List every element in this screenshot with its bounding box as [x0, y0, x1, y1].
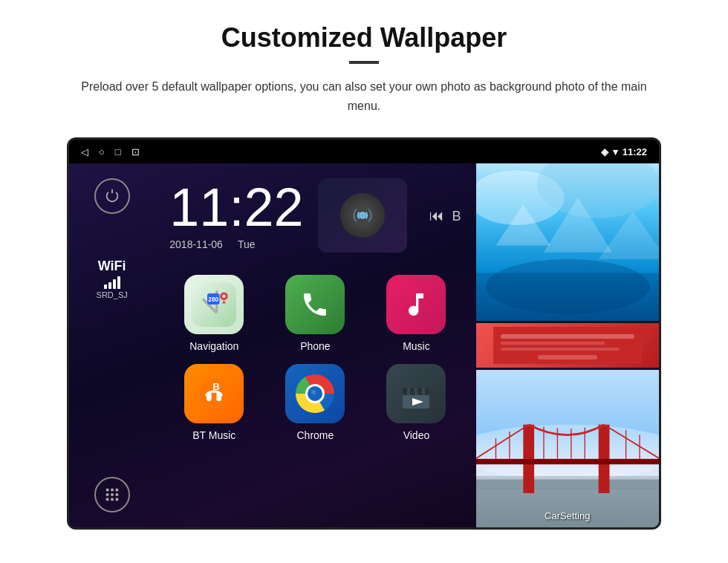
- wallpaper-bridge[interactable]: CarSetting: [476, 370, 660, 527]
- title-divider: [349, 61, 379, 64]
- svg-rect-28: [425, 388, 429, 395]
- chrome-app-icon: [285, 364, 345, 423]
- clock-area: 11:22 2018-11-06 Tue: [155, 171, 475, 267]
- media-controls: ⏮ B: [429, 207, 461, 224]
- location-icon: ◈: [601, 146, 608, 157]
- clock-section: 11:22 2018-11-06 Tue: [169, 180, 303, 250]
- svg-rect-3: [105, 493, 108, 496]
- all-apps-button[interactable]: [94, 477, 130, 512]
- wifi-bars: [104, 276, 120, 289]
- svg-rect-25: [403, 388, 407, 395]
- app-item-video[interactable]: Video: [371, 364, 461, 441]
- bt-music-icon: B: [184, 364, 244, 423]
- media-widget: [318, 178, 407, 253]
- app-grid: 280 Navigation: [155, 267, 475, 449]
- wifi-bar-4: [117, 276, 120, 289]
- wifi-status-icon: ▾: [613, 146, 618, 157]
- clock-date: 2018-11-06 Tue: [169, 238, 303, 250]
- svg-text:B: B: [213, 381, 221, 392]
- media-icon: [340, 193, 385, 238]
- wifi-widget: WiFi SRD_SJ: [97, 258, 128, 299]
- svg-text:280: 280: [209, 296, 219, 303]
- svg-rect-4: [111, 493, 114, 496]
- phone-label: Phone: [300, 340, 330, 352]
- svg-point-9: [360, 212, 366, 218]
- svg-rect-46: [476, 476, 660, 489]
- music-icon: [386, 275, 446, 334]
- svg-point-16: [223, 295, 227, 299]
- prev-track-button[interactable]: ⏮: [429, 207, 444, 224]
- right-wallpapers: CarSetting: [476, 163, 660, 527]
- clock-day-value: Tue: [238, 238, 256, 250]
- svg-rect-37: [476, 273, 660, 322]
- page-title: Customized Wallpaper: [45, 22, 683, 53]
- svg-rect-1: [111, 489, 114, 492]
- center-content: 11:22 2018-11-06 Tue: [155, 163, 475, 527]
- device-frame: ◁ ○ □ ⊡ ◈ ▾ 11:22: [67, 137, 661, 530]
- svg-point-22: [311, 390, 316, 394]
- app-item-navigation[interactable]: 280 Navigation: [169, 275, 259, 352]
- clock-date-value: 2018-11-06: [169, 238, 223, 250]
- navigation-icon: 280: [184, 275, 244, 334]
- screenshot-icon[interactable]: ⊡: [131, 146, 140, 157]
- wifi-bar-3: [113, 279, 116, 289]
- chrome-label: Chrome: [296, 429, 334, 441]
- power-button[interactable]: [94, 178, 130, 214]
- svg-rect-2: [115, 489, 118, 492]
- status-time: 11:22: [623, 146, 647, 157]
- music-label: Music: [403, 340, 430, 352]
- svg-rect-6: [105, 498, 108, 501]
- svg-rect-8: [115, 498, 118, 501]
- wifi-label: WiFi: [98, 258, 126, 274]
- app-item-bt-music[interactable]: B BT Music: [169, 364, 259, 441]
- left-sidebar: WiFi SRD_SJ: [69, 163, 155, 527]
- svg-rect-42: [538, 355, 597, 359]
- car-setting-label: CarSetting: [545, 510, 590, 521]
- wifi-bar-1: [104, 284, 107, 289]
- wifi-ssid: SRD_SJ: [97, 290, 128, 299]
- svg-rect-0: [105, 489, 108, 492]
- page-wrapper: Customized Wallpaper Preload over 5 defa…: [0, 0, 728, 544]
- wallpaper-ice[interactable]: [476, 163, 660, 321]
- phone-icon: [285, 275, 345, 334]
- svg-rect-47: [523, 425, 534, 493]
- video-icon: [386, 364, 446, 423]
- home-icon[interactable]: ○: [99, 146, 105, 157]
- status-right: ◈ ▾ 11:22: [601, 146, 647, 157]
- svg-rect-41: [501, 348, 620, 351]
- ice-texture: [476, 163, 660, 321]
- wifi-bar-2: [108, 282, 111, 289]
- next-label: B: [452, 209, 461, 224]
- bt-music-label: BT Music: [192, 429, 235, 441]
- svg-rect-48: [598, 425, 609, 493]
- svg-point-44: [476, 425, 660, 480]
- svg-rect-40: [501, 342, 605, 345]
- page-description: Preload over 5 default wallpaper options…: [74, 77, 654, 115]
- navigation-label: Navigation: [189, 340, 238, 352]
- svg-rect-5: [115, 493, 118, 496]
- recents-icon[interactable]: □: [115, 146, 121, 157]
- status-left: ◁ ○ □ ⊡: [81, 146, 140, 157]
- clock-time: 11:22: [169, 180, 303, 234]
- back-icon[interactable]: ◁: [81, 146, 88, 157]
- app-item-music[interactable]: Music: [371, 275, 461, 352]
- app-item-chrome[interactable]: Chrome: [270, 364, 360, 441]
- app-item-phone[interactable]: Phone: [270, 275, 360, 352]
- video-label: Video: [403, 429, 430, 441]
- svg-rect-27: [417, 388, 422, 395]
- status-bar: ◁ ○ □ ⊡ ◈ ▾ 11:22: [69, 140, 659, 163]
- svg-rect-49: [476, 459, 660, 464]
- svg-rect-7: [111, 498, 114, 501]
- android-screen: WiFi SRD_SJ: [69, 163, 659, 527]
- svg-rect-39: [501, 334, 634, 339]
- wallpaper-middle: [476, 323, 660, 368]
- svg-rect-26: [410, 388, 415, 395]
